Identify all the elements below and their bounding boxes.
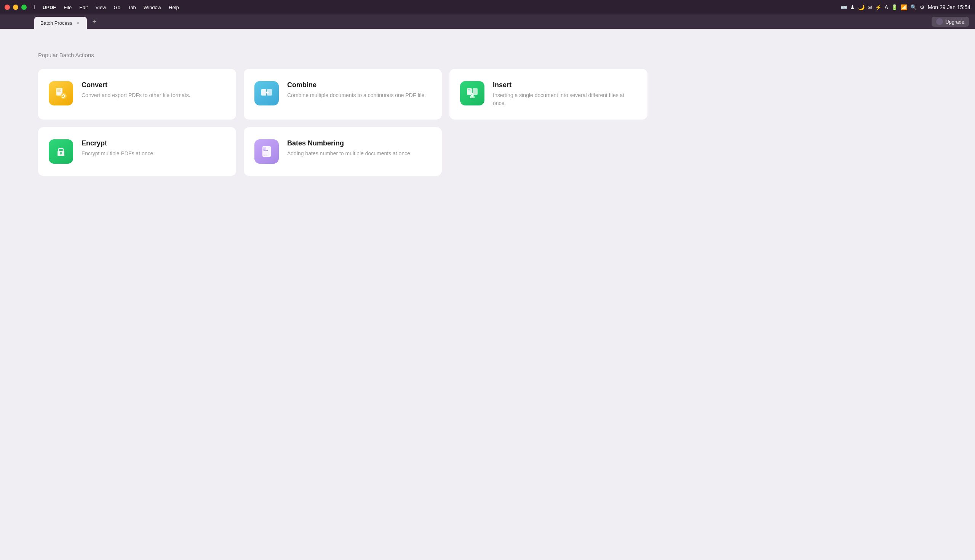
menu-help[interactable]: Help [166, 3, 182, 12]
svg-rect-7 [467, 88, 472, 95]
wifi-icon: 📶 [901, 4, 907, 10]
combine-desc: Combine multiple documents to a continuo… [287, 92, 431, 99]
convert-text: Convert Convert and export PDFs to other… [82, 81, 225, 99]
svg-rect-15 [60, 153, 61, 155]
svg-point-4 [60, 93, 67, 99]
battery-icon: 🔋 [891, 4, 898, 10]
font-icon: A [885, 4, 888, 10]
menu-bar:  UPDF File Edit View Go Tab Window Help [33, 3, 182, 12]
combine-card[interactable]: Combine Combine multiple documents to a … [244, 69, 442, 120]
bluetooth-icon: ⚡ [875, 4, 882, 10]
encrypt-desc: Encrypt multiple PDFs at once. [82, 150, 225, 158]
insert-title: Insert [493, 81, 637, 89]
encrypt-card[interactable]: Encrypt Encrypt multiple PDFs at once. [38, 127, 236, 176]
svg-rect-12 [471, 97, 474, 98]
combine-icon [254, 81, 279, 105]
menu-updf[interactable]: UPDF [40, 3, 59, 12]
encrypt-text: Encrypt Encrypt multiple PDFs at once. [82, 139, 225, 158]
control-center-icon[interactable]: ⚙ [920, 4, 925, 10]
menu-edit[interactable]: Edit [76, 3, 91, 12]
bates-numbering-icon: 012 [254, 139, 279, 164]
convert-title: Convert [82, 81, 225, 89]
svg-text:012: 012 [264, 148, 269, 152]
new-tab-button[interactable]: + [90, 17, 99, 26]
bates-numbering-title: Bates Numbering [287, 139, 431, 147]
menu-go[interactable]: Go [111, 3, 124, 12]
clock-label: Mon 29 Jan 15:54 [928, 4, 970, 10]
svg-rect-1 [57, 89, 61, 90]
titlebar:  UPDF File Edit View Go Tab Window Help… [0, 0, 975, 15]
svg-rect-8 [472, 88, 477, 95]
svg-rect-9 [468, 90, 470, 90]
cards-grid: Convert Convert and export PDFs to other… [38, 69, 648, 176]
svg-rect-5 [261, 89, 266, 95]
upgrade-user-icon [936, 18, 943, 25]
moon-icon: 🌙 [858, 4, 865, 10]
batch-process-tab[interactable]: Batch Process × [34, 17, 87, 29]
bates-numbering-text: Bates Numbering Adding bates number to m… [287, 139, 431, 158]
insert-card[interactable]: Insert Inserting a single document into … [449, 69, 648, 120]
keyboard-icon: ⌨️ [841, 4, 847, 10]
convert-icon [49, 81, 73, 105]
bates-numbering-card[interactable]: 012 Bates Numbering Adding bates number … [244, 127, 442, 176]
apple-icon:  [33, 4, 35, 11]
svg-rect-21 [263, 155, 268, 156]
convert-card[interactable]: Convert Convert and export PDFs to other… [38, 69, 236, 120]
search-icon[interactable]: 🔍 [910, 4, 917, 10]
encrypt-title: Encrypt [82, 139, 225, 147]
upgrade-label: Upgrade [945, 19, 964, 25]
svg-rect-2 [57, 90, 60, 91]
mail-icon: ✉ [868, 4, 872, 10]
combine-text: Combine Combine multiple documents to a … [287, 81, 431, 99]
tab-title: Batch Process [40, 20, 72, 26]
upgrade-button[interactable]: Upgrade [932, 17, 969, 27]
tab-close-button[interactable]: × [75, 20, 81, 25]
insert-icon [460, 81, 484, 105]
svg-rect-10 [468, 91, 471, 92]
convert-desc: Convert and export PDFs to other file fo… [82, 92, 225, 99]
insert-text: Insert Inserting a single document into … [493, 81, 637, 107]
section-title: Popular Batch Actions [38, 52, 937, 58]
svg-rect-19 [263, 153, 269, 153]
maximize-button[interactable] [21, 5, 27, 10]
chess-icon: ♟ [850, 4, 855, 10]
bates-numbering-desc: Adding bates number to multiple document… [287, 150, 431, 158]
svg-rect-20 [263, 154, 267, 155]
menu-file[interactable]: File [60, 3, 75, 12]
upgrade-area: Upgrade [932, 17, 975, 27]
combine-title: Combine [287, 81, 431, 89]
titlebar-right: ⌨️ ♟ 🌙 ✉ ⚡ A 🔋 📶 🔍 ⚙ Mon 29 Jan 15:54 [841, 4, 970, 10]
minimize-button[interactable] [13, 5, 18, 10]
traffic-lights [5, 5, 27, 10]
menu-tab[interactable]: Tab [125, 3, 139, 12]
menu-view[interactable]: View [93, 3, 109, 12]
main-content: Popular Batch Actions Convert Convert an… [0, 29, 975, 560]
insert-desc: Inserting a single document into several… [493, 92, 637, 107]
tabbar: Batch Process × + Upgrade [0, 15, 975, 29]
close-button[interactable] [5, 5, 10, 10]
menu-window[interactable]: Window [140, 3, 164, 12]
svg-rect-3 [57, 92, 61, 92]
encrypt-icon [49, 139, 73, 164]
